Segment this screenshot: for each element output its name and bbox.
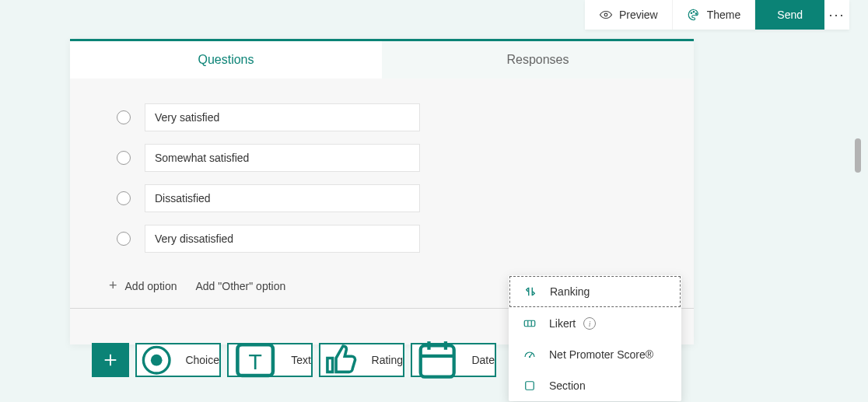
ranking-label: Ranking (550, 285, 590, 298)
text-icon: T (229, 334, 282, 386)
svg-rect-16 (524, 320, 535, 327)
radio-icon (117, 151, 131, 165)
radio-icon (117, 191, 131, 205)
theme-button[interactable]: Theme (673, 0, 756, 30)
svg-point-1 (691, 12, 692, 14)
text-label: Text (291, 354, 311, 366)
choice-label: Choice (185, 354, 219, 366)
likert-icon (523, 316, 537, 330)
svg-point-7 (151, 355, 163, 366)
section-label: Section (549, 379, 586, 392)
ranking-icon (523, 285, 537, 299)
add-other-option-button[interactable]: Add "Other" option (195, 280, 285, 292)
top-toolbar: Preview Theme Send ··· (585, 0, 849, 30)
nps-label: Net Promoter Score® (549, 348, 653, 361)
panel-tabs: Questions Responses (70, 41, 694, 79)
add-option-button[interactable]: + Add option (109, 278, 177, 294)
thumbs-up-icon (320, 339, 362, 381)
calendar-icon (412, 335, 462, 385)
scrollbar-thumb[interactable] (855, 138, 861, 173)
add-text-button[interactable]: T Text (227, 343, 313, 377)
likert-label: Likert (549, 317, 576, 330)
choice-option: Very satisfied (70, 97, 694, 138)
add-question-bar: Choice T Text Rating Date (92, 343, 496, 377)
choice-text-input[interactable]: Very dissatisfied (145, 225, 420, 253)
choice-list: Very satisfied Somewhat satisfied Dissat… (70, 79, 694, 267)
preview-button[interactable]: Preview (585, 0, 673, 30)
choice-option: Dissatisfied (70, 178, 694, 218)
radio-selected-icon (137, 341, 176, 379)
date-label: Date (471, 354, 495, 366)
menu-item-section[interactable]: Section (509, 370, 681, 401)
radio-icon (117, 110, 131, 124)
add-other-label: Add "Other" option (195, 280, 285, 292)
svg-rect-10 (421, 345, 454, 376)
gauge-icon (523, 348, 537, 362)
scrollbar[interactable] (855, 70, 863, 397)
choice-text-input[interactable]: Dissatisfied (145, 184, 420, 212)
tab-responses[interactable]: Responses (382, 41, 694, 79)
send-label: Send (777, 9, 803, 21)
more-options-button[interactable]: ··· (824, 0, 849, 30)
choice-text-input[interactable]: Very satisfied (145, 103, 420, 131)
tab-questions[interactable]: Questions (70, 41, 382, 79)
add-date-button[interactable]: Date (411, 343, 496, 377)
palette-icon (687, 8, 701, 22)
choice-option: Somewhat satisfied (70, 138, 694, 178)
svg-point-0 (604, 13, 607, 16)
rating-label: Rating (372, 354, 403, 366)
ellipsis-icon: ··· (828, 7, 845, 23)
svg-rect-21 (526, 382, 534, 390)
svg-point-3 (695, 13, 697, 15)
add-rating-button[interactable]: Rating (319, 343, 404, 377)
svg-text:T: T (248, 348, 261, 373)
eye-icon (599, 8, 613, 22)
svg-point-20 (529, 356, 530, 358)
info-icon[interactable]: i (583, 317, 596, 330)
menu-item-ranking[interactable]: Ranking (509, 276, 681, 307)
plus-icon: + (109, 278, 117, 294)
add-option-label: Add option (125, 280, 177, 292)
section-icon (523, 379, 537, 393)
more-question-types-menu: Ranking Likert i Net Promoter Score® Sec… (509, 275, 681, 401)
add-choice-button[interactable]: Choice (135, 343, 221, 377)
preview-label: Preview (619, 9, 658, 21)
menu-item-likert[interactable]: Likert i (509, 308, 681, 339)
choice-option: Very dissatisfied (70, 218, 694, 259)
add-question-button[interactable] (92, 343, 129, 377)
plus-icon (102, 351, 119, 369)
svg-point-2 (693, 12, 695, 13)
theme-label: Theme (707, 9, 741, 21)
send-button[interactable]: Send (755, 0, 824, 30)
menu-item-nps[interactable]: Net Promoter Score® (509, 339, 681, 370)
radio-icon (117, 232, 131, 246)
choice-text-input[interactable]: Somewhat satisfied (145, 144, 420, 172)
